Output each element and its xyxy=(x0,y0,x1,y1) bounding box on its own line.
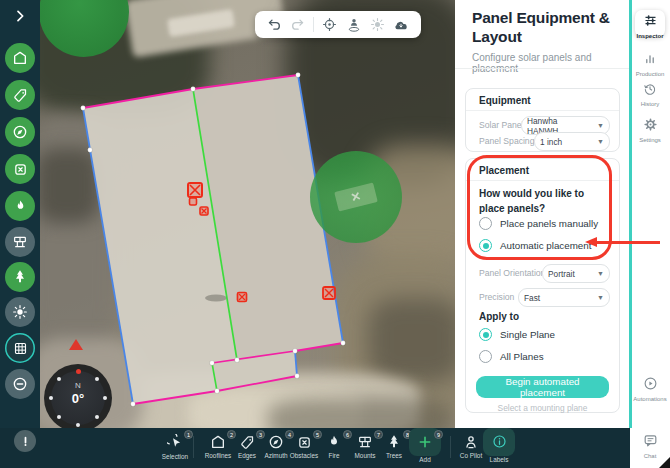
equipment-heading: Equipment xyxy=(479,95,531,106)
bar-chart-icon xyxy=(643,52,657,66)
equipment-card: Equipment Solar Panel Hanwha HANWH... ▼ … xyxy=(465,88,620,152)
single-plane-option[interactable]: Single Plane xyxy=(479,328,555,341)
sidebar-fire-button[interactable] xyxy=(5,191,35,221)
apply-to-heading: Apply to xyxy=(479,309,519,324)
all-planes-option[interactable]: All Planes xyxy=(479,350,544,363)
divider xyxy=(455,68,630,69)
tag-icon xyxy=(240,435,255,450)
radio-unselected[interactable] xyxy=(479,350,492,363)
street-view-icon[interactable] xyxy=(346,17,362,33)
alert-icon xyxy=(19,435,32,448)
right-sidebar: Inspector Production History Settings Au… xyxy=(630,0,670,468)
placement-card: Placement How would you like to place pa… xyxy=(465,158,620,413)
roof-icon xyxy=(12,50,28,66)
sun-icon xyxy=(12,304,28,320)
undo-icon[interactable] xyxy=(267,17,282,32)
inspector-panel: Panel Equipment & Layout Configure solar… xyxy=(455,0,630,428)
sidebar-panels-button[interactable] xyxy=(5,333,35,363)
tab-settings[interactable]: Settings xyxy=(630,117,670,143)
compass-widget[interactable]: N 0° xyxy=(44,364,112,428)
tab-history[interactable]: History xyxy=(630,82,670,107)
tab-inspector[interactable]: Inspector xyxy=(630,13,670,39)
chat-icon xyxy=(643,433,658,448)
panel-spacing-select[interactable]: 1 inch ▼ xyxy=(534,132,610,151)
left-sidebar xyxy=(0,0,40,428)
compass-north-dot xyxy=(76,369,81,374)
mount-icon xyxy=(12,234,28,250)
bottom-toolbar: 1 Selection 2 Rooflines 3 Edges 4 Azimut… xyxy=(0,428,630,468)
panel-orientation-label: Panel Orientation xyxy=(479,268,545,278)
cloud-download-icon[interactable] xyxy=(393,17,409,33)
sidebar-setbacks-button[interactable] xyxy=(5,369,35,399)
gear-icon xyxy=(643,117,658,132)
compass-heading: 0° xyxy=(44,391,112,406)
tab-chat[interactable]: Chat xyxy=(630,433,670,459)
sliders-icon xyxy=(643,13,658,28)
tool-badge: 9 xyxy=(434,430,443,439)
sun-shading-icon[interactable] xyxy=(370,17,385,32)
radio-selected[interactable] xyxy=(479,328,492,341)
expand-chevron-icon[interactable] xyxy=(12,8,28,24)
x-box-icon xyxy=(13,162,28,177)
divider xyxy=(466,180,619,181)
divider xyxy=(466,110,619,111)
tree-x-mark: ✕ xyxy=(349,189,362,205)
obstacle-marker[interactable] xyxy=(323,287,335,299)
sidebar-edges-button[interactable] xyxy=(5,80,35,110)
plus-icon xyxy=(417,434,433,450)
info-icon xyxy=(492,434,507,449)
sidebar-trees-button[interactable] xyxy=(5,262,35,292)
sidebar-rooflines-button[interactable] xyxy=(5,43,35,73)
gps-target-icon[interactable] xyxy=(322,17,337,32)
obstacle-marker[interactable] xyxy=(238,293,247,302)
map-canvas[interactable]: ✕ N 0° xyxy=(40,0,455,428)
sidebar-azimuth-button[interactable] xyxy=(5,117,35,147)
tool-add[interactable]: 9 Add xyxy=(403,431,447,467)
redo-icon[interactable] xyxy=(290,17,305,32)
tree-icon xyxy=(386,434,402,450)
compass-icon xyxy=(12,124,28,140)
radio-unselected[interactable] xyxy=(479,217,492,230)
panel-accent-divider xyxy=(629,0,632,428)
tab-production[interactable]: Production xyxy=(630,52,670,77)
alert-button[interactable] xyxy=(14,430,36,452)
manual-placement-option[interactable]: Place panels manually xyxy=(479,217,598,230)
north-marker-icon xyxy=(69,339,83,350)
history-icon xyxy=(643,82,657,96)
begin-automated-placement-button[interactable]: Begin automated placement xyxy=(476,376,609,398)
flame-icon xyxy=(326,434,342,450)
panel-spacing-label: Panel Spacing xyxy=(479,136,534,146)
tab-automations[interactable]: Automations xyxy=(630,376,670,402)
circle-dash-icon xyxy=(12,376,28,392)
play-circle-icon xyxy=(643,376,658,391)
precision-select[interactable]: Fast ▼ xyxy=(518,288,610,307)
sidebar-mounts-button[interactable] xyxy=(5,227,35,257)
tool-labels[interactable]: Labels xyxy=(477,431,521,467)
chevron-down-icon: ▼ xyxy=(597,294,604,301)
annotation-arrow xyxy=(596,241,660,244)
mount-icon xyxy=(357,434,373,450)
chevron-down-icon: ▼ xyxy=(597,270,604,277)
obstacle-marker[interactable] xyxy=(190,198,197,205)
tool-selection[interactable]: 1 Selection xyxy=(153,431,197,467)
radio-selected[interactable] xyxy=(479,239,492,252)
obstacle-marker[interactable] xyxy=(200,207,208,215)
app-window: ✕ N 0° xyxy=(0,0,670,468)
solar-panel-label: Solar Panel xyxy=(479,120,523,130)
panel-orientation-select[interactable]: Portrait ▼ xyxy=(542,264,610,283)
tree-annotation[interactable]: ✕ xyxy=(310,151,402,243)
annotation-arrow-head xyxy=(585,237,597,247)
chevron-down-icon: ▼ xyxy=(597,122,604,129)
roof-icon xyxy=(210,434,226,450)
placement-heading: Placement xyxy=(479,165,529,176)
obstacle-marker[interactable] xyxy=(188,183,202,197)
tree-center-handle[interactable]: ✕ xyxy=(334,182,378,211)
tag-icon xyxy=(13,88,28,103)
automatic-placement-option[interactable]: Automatic placement xyxy=(479,239,591,252)
selection-cursor-icon xyxy=(167,434,184,451)
sidebar-shading-button[interactable] xyxy=(5,297,35,327)
panel-title: Panel Equipment & Layout xyxy=(472,8,624,47)
toolbar-divider xyxy=(313,17,314,32)
toolbar-divider xyxy=(193,436,194,458)
sidebar-obstacles-button[interactable] xyxy=(5,154,35,184)
